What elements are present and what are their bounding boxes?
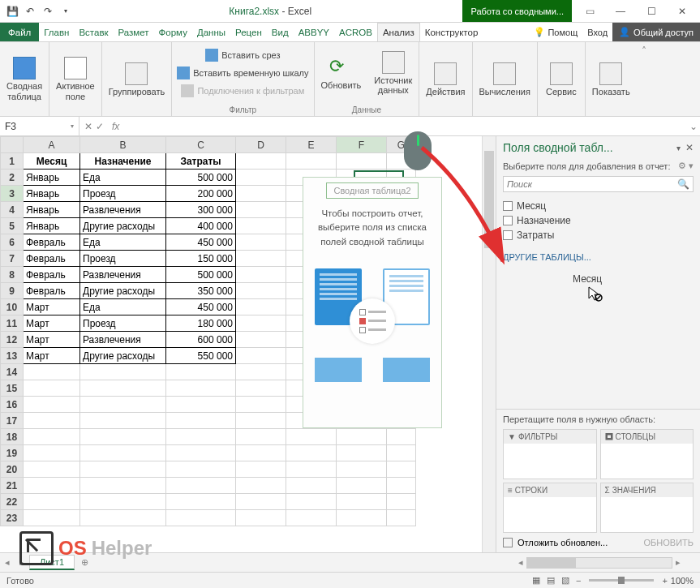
row-header[interactable]: 9 — [1, 283, 24, 299]
zoom-out-icon[interactable]: − — [573, 576, 584, 586]
horizontal-scrollbar[interactable]: ◂ ▸ — [95, 557, 700, 569]
search-input[interactable] — [507, 179, 677, 189]
tab-analyze[interactable]: Анализ — [377, 23, 420, 41]
calculations-button[interactable]: Вычисления — [473, 59, 537, 100]
row-header[interactable]: 13 — [1, 348, 24, 364]
col-header[interactable]: A — [24, 137, 80, 153]
tab-home[interactable]: Главн — [39, 23, 74, 41]
cursor-no-drop — [587, 285, 603, 302]
qat-dropdown-icon[interactable]: ▾ — [58, 4, 73, 19]
row-header[interactable]: 4 — [1, 202, 24, 218]
row-header[interactable]: 21 — [1, 478, 24, 494]
share-button[interactable]: 👤Общий доступ — [612, 23, 700, 41]
view-normal-icon[interactable]: ▦ — [529, 575, 543, 586]
field-search[interactable]: 🔍 — [503, 176, 694, 192]
actions-button[interactable]: Действия — [419, 59, 471, 100]
row-header[interactable]: 15 — [1, 380, 24, 397]
row-header[interactable]: 18 — [1, 429, 24, 445]
row-header[interactable]: 23 — [1, 510, 24, 526]
row-header[interactable]: 5 — [1, 218, 24, 234]
update-button[interactable]: ОБНОВИТЬ — [644, 538, 694, 547]
defer-checkbox[interactable] — [503, 538, 513, 547]
formula-expand-icon[interactable]: ⌄ — [687, 121, 700, 132]
gear-icon[interactable]: ⚙ ▾ — [678, 161, 694, 171]
view-break-icon[interactable]: ▧ — [558, 575, 573, 586]
columns-zone[interactable]: 🞑СТОЛБЦЫ — [600, 429, 694, 479]
name-box[interactable]: F3▾ — [0, 117, 79, 135]
field-item[interactable]: Месяц — [503, 199, 694, 213]
show-button[interactable]: Показать — [586, 59, 637, 100]
ribbon-options-icon[interactable]: ▭ — [578, 3, 601, 19]
insert-timeline-button[interactable]: Вставить временную шкалу — [172, 65, 313, 81]
checkbox[interactable] — [503, 201, 513, 211]
cancel-formula-icon[interactable]: ✕ — [84, 121, 92, 132]
vertical-scrollbar[interactable] — [482, 136, 496, 552]
row-header[interactable]: 6 — [1, 234, 24, 251]
tab-file[interactable]: Файл — [0, 23, 39, 41]
tab-layout[interactable]: Размет — [114, 23, 154, 41]
other-tables-link[interactable]: ДРУГИЕ ТАБЛИЦЫ... — [496, 246, 700, 268]
row-header[interactable]: 19 — [1, 445, 24, 461]
row-header[interactable]: 11 — [1, 315, 24, 332]
zoom-in-icon[interactable]: + — [659, 576, 670, 586]
close-icon[interactable]: ✕ — [671, 3, 694, 19]
col-header[interactable]: B — [80, 137, 166, 153]
insert-slicer-button[interactable]: Вставить срез — [200, 47, 285, 63]
row-header[interactable]: 20 — [1, 461, 24, 478]
tab-insert[interactable]: Вставк — [74, 23, 113, 41]
values-zone[interactable]: ΣЗНАЧЕНИЯ — [600, 483, 694, 533]
zoom-level[interactable]: 100% — [671, 576, 694, 586]
col-header[interactable]: F — [337, 137, 387, 153]
tab-data[interactable]: Данны — [192, 23, 230, 41]
field-item[interactable]: Назначение — [503, 213, 694, 228]
sheet-nav-prev-icon[interactable]: ◂ — [0, 557, 15, 568]
row-header[interactable]: 14 — [1, 364, 24, 380]
tab-constructor[interactable]: Конструктор — [420, 23, 483, 41]
tell-me[interactable]: 💡Помощ — [529, 23, 582, 41]
pivot-table-button[interactable]: Сводная таблица — [0, 54, 49, 104]
tab-review[interactable]: Рецен — [230, 23, 267, 41]
spreadsheet-grid[interactable]: A B C D E F G 1МесяцНазначениеЗатраты2Ян… — [0, 136, 496, 552]
pivot-placeholder[interactable]: Сводная таблица2 Чтобы построить отчет, … — [303, 177, 442, 428]
row-header[interactable]: 22 — [1, 494, 24, 510]
group-button[interactable]: Группировать — [102, 59, 172, 100]
tab-abbyy[interactable]: ABBYY — [294, 23, 334, 41]
minimize-icon[interactable]: — — [609, 3, 632, 19]
checkbox[interactable] — [503, 216, 513, 225]
tab-acrobat[interactable]: ACROB — [334, 23, 377, 41]
filters-zone[interactable]: ▼ФИЛЬТРЫ — [503, 429, 597, 479]
row-header[interactable]: 17 — [1, 413, 24, 429]
undo-icon[interactable]: ↶ — [23, 4, 37, 19]
select-all-corner[interactable] — [1, 137, 24, 153]
row-header[interactable]: 12 — [1, 332, 24, 348]
tab-view[interactable]: Вид — [267, 23, 294, 41]
col-header[interactable]: C — [166, 137, 236, 153]
collapse-ribbon-icon[interactable]: ˄ — [637, 42, 651, 116]
active-field-button[interactable]: Активное поле — [49, 54, 101, 104]
row-header[interactable]: 3 — [1, 186, 24, 202]
refresh-button[interactable]: ⟳ Обновить — [315, 53, 368, 93]
row-header[interactable]: 2 — [1, 170, 24, 186]
fx-icon[interactable]: fx — [109, 121, 122, 132]
redo-icon[interactable]: ↷ — [41, 4, 55, 19]
zoom-slider[interactable] — [589, 579, 654, 582]
col-header[interactable]: D — [236, 137, 286, 153]
col-header[interactable]: E — [286, 137, 337, 153]
login-link[interactable]: Вход — [582, 23, 612, 41]
view-page-icon[interactable]: ▤ — [543, 575, 558, 586]
row-header[interactable]: 16 — [1, 397, 24, 413]
row-header[interactable]: 8 — [1, 267, 24, 283]
service-button[interactable]: Сервис — [538, 59, 585, 100]
pane-close-icon[interactable]: ✕ — [685, 142, 694, 153]
row-header[interactable]: 10 — [1, 299, 24, 315]
checkbox[interactable] — [503, 230, 513, 240]
field-item[interactable]: Затраты — [503, 228, 694, 242]
rows-zone[interactable]: ≡СТРОКИ — [503, 483, 597, 533]
row-header[interactable]: 7 — [1, 251, 24, 267]
data-source-button[interactable]: Источник данных — [367, 48, 419, 98]
save-icon[interactable]: 💾 — [5, 4, 19, 19]
tab-formulas[interactable]: Форму — [154, 23, 192, 41]
pane-dropdown-icon[interactable]: ▾ — [676, 144, 681, 152]
accept-formula-icon[interactable]: ✓ — [96, 121, 104, 132]
maximize-icon[interactable]: ☐ — [640, 3, 663, 19]
